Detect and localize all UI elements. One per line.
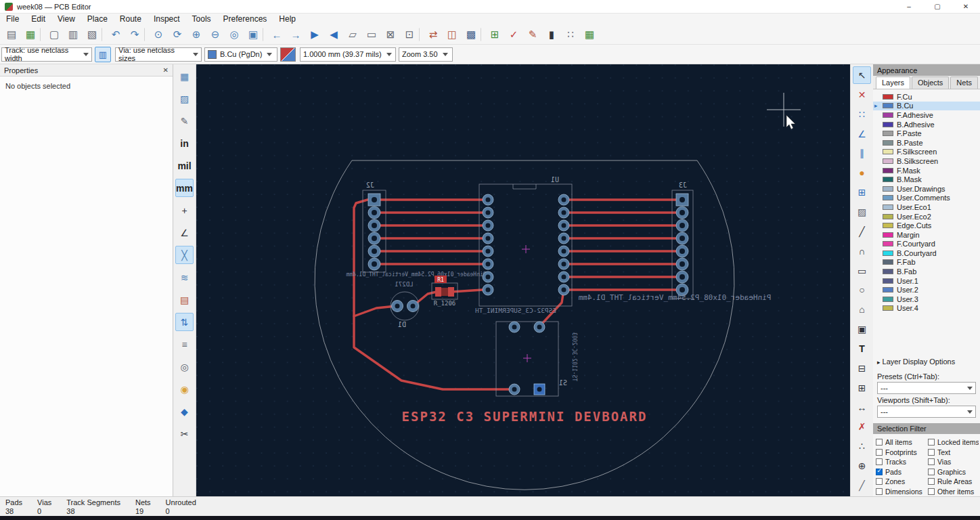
- checkbox-icon[interactable]: [928, 449, 935, 456]
- checkbox-icon[interactable]: [876, 469, 883, 475]
- measure-tool-icon[interactable]: ╱: [853, 477, 871, 494]
- layer-color-swatch[interactable]: [883, 232, 893, 238]
- layer-color-swatch[interactable]: [883, 103, 893, 108]
- filter-checkbox-item[interactable]: All items: [876, 437, 927, 448]
- highlight-net-icon[interactable]: ∷: [853, 106, 871, 123]
- layer-row[interactable]: F.Fab: [873, 258, 980, 267]
- curved-ratsnest-icon[interactable]: ≋: [175, 268, 194, 286]
- update-footprints-icon[interactable]: ⊞: [486, 26, 504, 43]
- viewports-combo[interactable]: ---: [877, 406, 976, 418]
- layer-row[interactable]: B.Fab: [873, 267, 980, 276]
- layer-row[interactable]: User.2: [873, 285, 980, 295]
- drc-icon[interactable]: ✓: [505, 26, 522, 43]
- via-size-combo[interactable]: Via: use netclass sizes: [115, 47, 202, 62]
- layer-row[interactable]: B.Courtyard: [873, 248, 980, 258]
- find-icon[interactable]: ⊙: [150, 26, 167, 43]
- edit-grid-icon[interactable]: ✎: [175, 112, 194, 130]
- crosshair-style-icon[interactable]: +: [175, 201, 194, 219]
- zoom-out-icon[interactable]: ⊖: [206, 26, 224, 43]
- layer-color-swatch[interactable]: [883, 195, 893, 200]
- save-icon[interactable]: ▤: [3, 26, 20, 43]
- filter-checkbox-item[interactable]: Pads: [876, 467, 927, 477]
- layer-color-swatch[interactable]: [883, 177, 893, 182]
- filter-checkbox-item[interactable]: Zones: [876, 477, 927, 487]
- add-textbox-icon[interactable]: ⊟: [853, 360, 871, 377]
- layer-color-swatch[interactable]: [883, 305, 893, 311]
- close-button[interactable]: ✕: [952, 0, 980, 14]
- layer-row[interactable]: User.3: [873, 295, 980, 304]
- layer-row[interactable]: F.Cu: [873, 92, 980, 102]
- menu-item[interactable]: Preferences: [217, 14, 273, 25]
- grid-overrides-icon[interactable]: ▨: [175, 89, 194, 108]
- layer-color-swatch[interactable]: [883, 241, 893, 246]
- add-footprint-icon[interactable]: ⊞: [853, 183, 871, 201]
- checkbox-icon[interactable]: [876, 458, 883, 465]
- layer-color-swatch[interactable]: [883, 269, 893, 274]
- track-outline-mode-icon[interactable]: ≡: [175, 335, 194, 353]
- layer-row[interactable]: B.Adhesive: [873, 120, 980, 129]
- ungroup-icon[interactable]: ▭: [363, 26, 380, 43]
- refresh-icon[interactable]: ⟳: [169, 26, 186, 43]
- layer-row[interactable]: F.Adhesive: [873, 110, 980, 120]
- pad-outline-mode-icon[interactable]: ◉: [175, 380, 194, 398]
- flip-view-icon[interactable]: ▶: [306, 26, 324, 43]
- layer-row[interactable]: User.Comments: [873, 194, 980, 203]
- maximize-button[interactable]: ▢: [923, 0, 952, 14]
- delete-tool-icon[interactable]: ✗: [853, 418, 871, 435]
- auto-track-width-toggle[interactable]: ▥: [95, 47, 111, 62]
- menu-item[interactable]: Inspect: [148, 14, 186, 25]
- mirror-view-icon[interactable]: ◀: [325, 26, 342, 43]
- add-image-icon[interactable]: ▣: [853, 320, 871, 338]
- layer-color-swatch[interactable]: [883, 297, 893, 302]
- layer-row[interactable]: B.Mask: [873, 175, 980, 184]
- menu-item[interactable]: Place: [81, 14, 114, 25]
- presets-combo[interactable]: ---: [877, 382, 976, 394]
- pcb-drawing[interactable]: J2 PinHeader_01x06_P2.54mm_Vertical_THT_…: [196, 64, 850, 496]
- zoom-selection-icon[interactable]: ▣: [244, 26, 262, 43]
- drill-origin-icon[interactable]: ⊕: [853, 457, 871, 475]
- plot-icon[interactable]: ▧: [83, 26, 101, 43]
- draw-arc-icon[interactable]: ∩: [853, 242, 871, 260]
- active-layer-combo[interactable]: B.Cu (PgDn): [204, 47, 277, 62]
- route-diff-pair-icon[interactable]: ∥: [853, 144, 871, 162]
- checkbox-icon[interactable]: [928, 439, 935, 446]
- zoom-fit-icon[interactable]: ◎: [225, 26, 243, 43]
- add-table-icon[interactable]: ⊞: [853, 379, 871, 397]
- layer-color-swatch[interactable]: [883, 131, 893, 136]
- layer-color-swatch[interactable]: [883, 259, 893, 265]
- polar-coords-icon[interactable]: ∠: [175, 223, 194, 242]
- menu-item[interactable]: Edit: [25, 14, 51, 25]
- filter-checkbox-item[interactable]: Locked items: [928, 437, 979, 448]
- layer-row[interactable]: Margin: [873, 230, 980, 240]
- add-zone-icon[interactable]: ▨: [853, 203, 871, 221]
- filter-checkbox-item[interactable]: Dimensions: [876, 487, 927, 497]
- add-text-icon[interactable]: T: [853, 340, 871, 358]
- next-marker-icon[interactable]: →: [287, 26, 305, 43]
- checkbox-icon[interactable]: [928, 478, 935, 485]
- net-color-mode-icon[interactable]: ▤: [175, 290, 194, 309]
- local-ratsnest-icon[interactable]: ✕: [853, 86, 871, 104]
- layer-display-options[interactable]: ▸Layer Display Options: [877, 358, 955, 366]
- zone-fill-mode-icon[interactable]: ◆: [175, 402, 194, 420]
- layer-color-swatch[interactable]: [883, 112, 893, 118]
- draw-line-icon[interactable]: ╱: [853, 223, 871, 240]
- layer-color-swatch[interactable]: [883, 204, 893, 210]
- prev-marker-icon[interactable]: ←: [268, 26, 286, 43]
- layer-row[interactable]: F.Silkscreen: [873, 148, 980, 157]
- appearance-tab[interactable]: Layers: [876, 77, 910, 89]
- filter-checkbox-item[interactable]: Other items: [928, 487, 979, 497]
- layer-color-swatch[interactable]: [883, 214, 893, 219]
- pcb-canvas[interactable]: J2 PinHeader_01x06_P2.54mm_Vertical_THT_…: [196, 64, 850, 496]
- filter-checkbox-item[interactable]: Rule Areas: [928, 477, 979, 487]
- redo-icon[interactable]: ↷: [126, 26, 143, 43]
- layer-color-swatch[interactable]: [883, 223, 893, 228]
- ratsnest-visibility-icon[interactable]: ╳: [175, 246, 194, 264]
- add-via-icon[interactable]: ●: [853, 164, 871, 181]
- filter-checkbox-item[interactable]: Text: [928, 448, 979, 458]
- checkbox-icon[interactable]: [876, 488, 883, 495]
- unlock-icon[interactable]: ⊡: [401, 26, 418, 43]
- draw-rectangle-icon[interactable]: ▭: [853, 262, 871, 280]
- grid-settings-icon[interactable]: ▦: [581, 26, 598, 43]
- layer-pair-indicator[interactable]: [280, 47, 296, 62]
- layer-color-swatch[interactable]: [883, 140, 893, 146]
